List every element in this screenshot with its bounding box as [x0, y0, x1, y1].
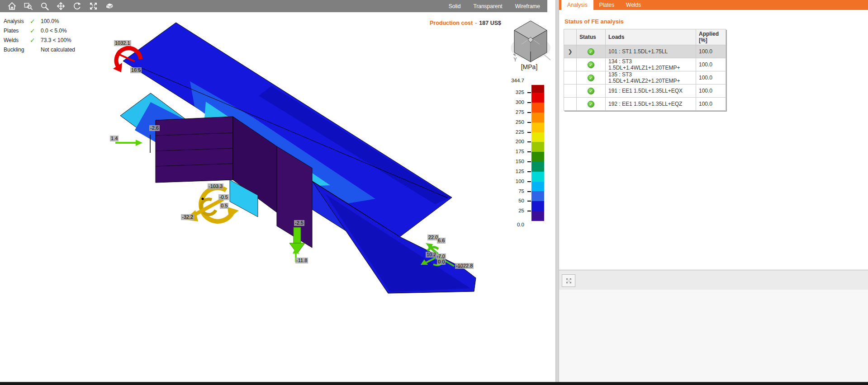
- col-header-arrow: [564, 29, 577, 45]
- status-cell: ✓: [577, 71, 606, 85]
- legend-unit: [MPa]: [511, 63, 547, 70]
- results-tab-bar: Analysis Plates Welds: [559, 0, 868, 10]
- axis-hint-line: [544, 54, 550, 60]
- legend-tick-mark: [527, 141, 531, 142]
- legend-min-value: 0.0: [495, 222, 524, 227]
- legend-color-band: [531, 162, 544, 172]
- loads-table: Status Loads Applied [%] ❯✓101 : ST1 1.5…: [564, 29, 726, 111]
- tab-analysis[interactable]: Analysis: [561, 0, 593, 10]
- status-ok-icon: ✓: [588, 88, 594, 94]
- load-name-cell: 192 : EE1 1.5DL+1.35LL+EQZ: [606, 98, 696, 111]
- legend-color-band: [531, 191, 544, 201]
- legend-tick-mark: [527, 201, 531, 202]
- legend-tick-mark: [527, 181, 531, 182]
- col-header-loads: Loads: [606, 29, 696, 45]
- applied-cell: 100.0: [696, 45, 726, 58]
- legend-tick-label: 50: [495, 198, 524, 203]
- legend-tick-mark: [527, 122, 531, 123]
- legend-color-band: [531, 122, 544, 132]
- panel-splitter[interactable]: [555, 0, 559, 382]
- legend-color-band: [531, 93, 544, 103]
- row-arrow-cell: [564, 58, 577, 71]
- applied-cell: 100.0: [696, 58, 726, 71]
- tab-plates[interactable]: Plates: [593, 0, 620, 10]
- legend-tick-label: 225: [495, 129, 524, 135]
- section-title: Status of FE analysis: [564, 18, 624, 25]
- status-ok-icon: ✓: [588, 75, 594, 81]
- legend-color-band: [531, 142, 544, 152]
- legend-tick-label: 250: [495, 119, 524, 125]
- load-name-cell: 101 : ST1 1.5DL+1.75LL: [606, 45, 696, 58]
- legend-tick-label: 75: [495, 188, 524, 194]
- load-row[interactable]: ❯✓101 : ST1 1.5DL+1.75LL100.0: [564, 45, 726, 58]
- load-row[interactable]: ✓135 : ST3 1.5DL+1.4WLZ2+1.20TEMP+100.0: [564, 71, 726, 85]
- legend-tick-label: 100: [495, 178, 524, 184]
- status-ok-icon: ✓: [588, 61, 594, 68]
- legend-color-band: [531, 113, 544, 122]
- status-ok-icon: ✓: [588, 48, 594, 55]
- row-arrow-cell: [564, 98, 577, 111]
- legend-tick-label: 150: [495, 159, 524, 164]
- status-ok-icon: ✓: [588, 101, 594, 108]
- status-cell: ✓: [577, 45, 606, 58]
- row-arrow-cell: [564, 85, 577, 98]
- 3d-viewport[interactable]: [0, 0, 557, 385]
- legend-tick-label: 300: [495, 99, 524, 105]
- legend-color-band: [531, 152, 544, 162]
- legend-tick-mark: [527, 132, 531, 133]
- applied-cell: 100.0: [696, 85, 726, 98]
- load-name-cell: 135 : ST3 1.5DL+1.4WLZ2+1.20TEMP+: [606, 71, 696, 85]
- legend-color-band: [531, 172, 544, 182]
- expand-arrows-icon: [565, 277, 572, 284]
- y-axis-arrow: [513, 53, 516, 56]
- legend-tick-label: 200: [495, 139, 524, 144]
- col-header-applied: Applied [%]: [696, 29, 726, 45]
- legend-tick-mark: [527, 171, 531, 172]
- status-cell: ✓: [577, 98, 606, 111]
- status-cell: ✓: [577, 85, 606, 98]
- lower-content-area: [559, 290, 868, 382]
- lower-dock-area: [559, 270, 868, 382]
- status-cell: ✓: [577, 58, 606, 71]
- applied-cell: 100.0: [696, 71, 726, 85]
- legend-tick-label: 25: [495, 208, 524, 213]
- load-name-cell: 191 : EE1 1.5DL+1.35LL+EQX: [606, 85, 696, 98]
- legend-max-value: 344.7: [495, 78, 524, 83]
- legend-tick-mark: [527, 102, 531, 103]
- legend-tick-label: 275: [495, 109, 524, 115]
- load-row[interactable]: ✓134 : ST3 1.5DL+1.4WLZ1+1.20TEMP+100.0: [564, 58, 726, 71]
- applied-cell: 100.0: [696, 98, 726, 111]
- bottom-bar: [0, 382, 868, 385]
- load-name-cell: 134 : ST3 1.5DL+1.4WLZ1+1.20TEMP+: [606, 58, 696, 71]
- view-cube[interactable]: Y: [509, 18, 552, 66]
- legend-tick-label: 175: [495, 149, 524, 154]
- load-row[interactable]: ✓191 : EE1 1.5DL+1.35LL+EQX100.0: [564, 85, 726, 98]
- tab-welds[interactable]: Welds: [620, 0, 647, 10]
- load-row[interactable]: ✓192 : EE1 1.5DL+1.35LL+EQZ100.0: [564, 98, 726, 111]
- selected-row-arrow: ❯: [564, 45, 577, 58]
- legend-tick-label: 325: [495, 89, 524, 95]
- legend-color-band: [531, 132, 544, 142]
- dock-fit-button[interactable]: [562, 274, 575, 287]
- legend-tick-mark: [527, 191, 531, 192]
- stress-color-scale: [531, 85, 544, 221]
- legend-color-band: [531, 182, 544, 192]
- results-panel: Analysis Plates Welds Status of FE analy…: [559, 0, 868, 382]
- row-arrow-cell: [564, 71, 577, 85]
- legend-tick-mark: [527, 211, 531, 211]
- loads-table-header: Status Loads Applied [%]: [564, 29, 726, 45]
- legend-tick-mark: [527, 151, 531, 152]
- idea-statica-window: { "toolbar": { "view_modes": ["Solid", "…: [0, 0, 868, 385]
- legend-tick-mark: [527, 161, 531, 162]
- legend-tick-mark: [527, 92, 531, 93]
- legend-color-band: [531, 201, 544, 211]
- y-axis-label: Y: [513, 56, 517, 63]
- legend-tick-mark: [527, 112, 531, 113]
- legend-color-band: [531, 211, 544, 221]
- col-header-status: Status: [577, 29, 606, 45]
- legend-color-band: [531, 103, 544, 113]
- legend-color-band: [531, 85, 544, 93]
- force-arrow-green-right: [115, 140, 142, 146]
- legend-tick-label: 125: [495, 169, 524, 174]
